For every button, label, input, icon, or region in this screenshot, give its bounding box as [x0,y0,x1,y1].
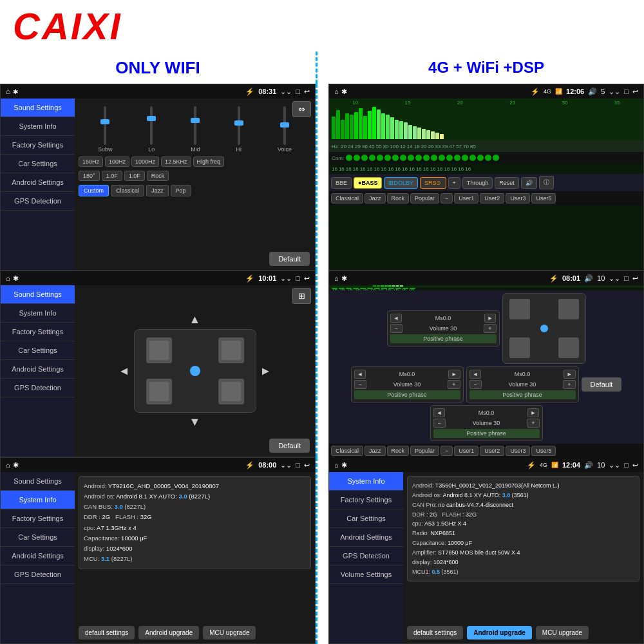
preset-custom[interactable]: Custom [79,185,109,196]
btn-default-lb[interactable]: default settings [79,626,135,639]
expand-lm[interactable]: ⌄⌄ [280,274,292,283]
zone-rl-plus[interactable]: + [563,380,575,389]
menu-item-factory-lb[interactable]: Factory Settings [1,509,75,528]
dsp-preset-user3[interactable]: User3 [506,193,530,204]
menu-item-sysinfo-lm[interactable]: System Info [1,304,75,323]
dsp-btn-srs[interactable]: SRS⊙ [420,177,446,189]
menu-item-gps-lm[interactable]: GPS Detection [1,379,75,397]
slider-voice[interactable]: Voice [278,106,292,153]
zone-fr-plus[interactable]: + [448,380,460,389]
dsp-btn-reset[interactable]: Reset [495,177,519,189]
dsp-preset-user5-rm[interactable]: User5 [531,446,556,456]
dsp-preset-user2[interactable]: User2 [480,193,504,204]
slider-subw[interactable]: Subw [98,106,113,153]
menu-item-volume-rb[interactable]: Volume Settings [329,565,403,584]
dsp-preset-popular[interactable]: Popular [410,193,439,204]
menu-item-android-rb[interactable]: Android Settings [329,528,403,547]
menu-item-factory-lt[interactable]: Factory Settings [1,136,75,155]
slider-hi[interactable]: Hi [236,106,242,153]
zone-rr-minus[interactable]: − [433,419,446,428]
back-lb[interactable]: ↩ [304,461,310,469]
menu-item-car-rb[interactable]: Car Settings [329,509,403,528]
freq-100[interactable]: 100Hz [105,156,129,167]
slider-mid[interactable]: Mid [191,106,200,153]
car-right-arrow[interactable]: ► [260,365,272,378]
zone-rl-left-btn[interactable]: ◄ [469,370,482,379]
expand-lb[interactable]: ⌄⌄ [280,461,292,469]
dsp-preset-user5[interactable]: User5 [531,193,556,204]
back-icon[interactable]: ↩ [304,88,310,96]
preset-classical[interactable]: Classical [111,185,144,196]
dsp-btn-spk[interactable]: 🔊 [521,177,537,189]
dsp-preset-user3-rm[interactable]: User3 [506,446,530,456]
menu-item-android-lm[interactable]: Android Settings [1,360,75,379]
dsp-btn-bass[interactable]: ●BASS [354,177,382,189]
dsp-preset-classical[interactable]: Classical [331,193,363,204]
menu-item-sysinfo-lb[interactable]: System Info [1,491,75,509]
preset-jazz[interactable]: Jazz [146,185,169,196]
dsp-preset-rock-rm[interactable]: Rock [387,446,410,456]
back-rm[interactable]: ↩ [632,274,638,283]
home-icon-rt[interactable]: ⌂ [334,88,339,95]
dsp-preset-jazz-rm[interactable]: Jazz [365,446,386,456]
dsp-btn-minus-rm[interactable]: − [440,446,453,456]
eq-icon-lm[interactable]: ⊞ [292,288,311,304]
menu-item-sysinfo-rb[interactable]: System Info [329,472,403,491]
mode-rock[interactable]: Rock [147,171,169,181]
car-left-arrow[interactable]: ◄ [118,365,130,378]
default-btn-lt[interactable]: Default [269,252,310,266]
dsp-btn-dolby[interactable]: ⊞DOLBY [384,177,418,189]
freq-160[interactable]: 160Hz [79,156,103,167]
btn-default-rb[interactable]: default settings [407,626,463,639]
dsp-btn-minus[interactable]: − [440,193,453,204]
dsp-btn-plus[interactable]: + [448,177,460,189]
zone-rl-right-btn[interactable]: ► [564,370,576,379]
menu-item-sound-lt[interactable]: Sound Settings [1,99,75,117]
back-lm[interactable]: ↩ [304,274,310,283]
dsp-btn-info[interactable]: ⓘ [539,176,554,189]
freq-high[interactable]: High freq [193,156,225,167]
home-icon-rm[interactable]: ⌂ [334,274,339,282]
menu-item-sound-lm[interactable]: Sound Settings [1,285,75,304]
default-btn-rm[interactable]: Default [582,377,622,392]
freq-125k[interactable]: 12.5KHz [161,156,191,167]
home-icon[interactable]: ⌂ [6,87,10,96]
expand-rm[interactable]: ⌄⌄ [609,274,620,283]
zone-rr-plus[interactable]: + [527,419,539,428]
slider-lo[interactable]: Lo [148,106,155,153]
menu-item-sysinfo-lt[interactable]: System Info [1,117,75,136]
back-rb[interactable]: ↩ [632,461,638,469]
window-rt[interactable]: □ [624,88,629,95]
mode-1f2[interactable]: 1.0F [124,171,145,181]
zone-fl-right-btn[interactable]: ► [484,314,497,323]
dsp-preset-user1[interactable]: User1 [454,193,478,204]
menu-item-factory-rb[interactable]: Factory Settings [329,491,403,509]
dsp-preset-user2-rm[interactable]: User2 [480,446,504,456]
zone-fr-right-btn[interactable]: ► [448,370,460,379]
zone-fl-plus[interactable]: + [484,324,496,333]
preset-pop[interactable]: Pop [171,185,191,196]
eq-icon-btn[interactable]: ⇔ [292,101,311,117]
dsp-preset-rock[interactable]: Rock [387,193,410,204]
zone-rl-minus[interactable]: − [469,380,482,389]
home-icon-rb[interactable]: ⌂ [334,461,339,469]
btn-android-rb[interactable]: Android upgrade [467,626,532,639]
default-btn-lm[interactable]: Default [269,439,310,453]
menu-item-car-lm[interactable]: Car Settings [1,341,75,360]
btn-android-lb[interactable]: Android upgrade [138,626,199,639]
dsp-btn-bbe[interactable]: BBE [331,177,352,189]
zone-fr-left-btn[interactable]: ◄ [354,370,366,379]
btn-mcu-lb[interactable]: MCU upgrade [203,626,256,639]
menu-item-sound-lb[interactable]: Sound Settings [1,472,75,491]
dsp-preset-jazz[interactable]: Jazz [365,193,386,204]
menu-item-factory-lm[interactable]: Factory Settings [1,323,75,341]
dsp-preset-classical-rm[interactable]: Classical [331,446,363,456]
dsp-preset-popular-rm[interactable]: Popular [410,446,439,456]
window-rb[interactable]: □ [624,461,629,469]
car-down-arrow[interactable]: ▼ [189,415,201,429]
mode-1f[interactable]: 1.0F [102,171,122,181]
zone-fr-minus[interactable]: − [354,380,366,389]
expand-rb[interactable]: ⌄⌄ [609,461,620,469]
menu-item-gps-rb[interactable]: GPS Detection [329,547,403,565]
menu-item-android-lb[interactable]: Android Settings [1,547,75,565]
